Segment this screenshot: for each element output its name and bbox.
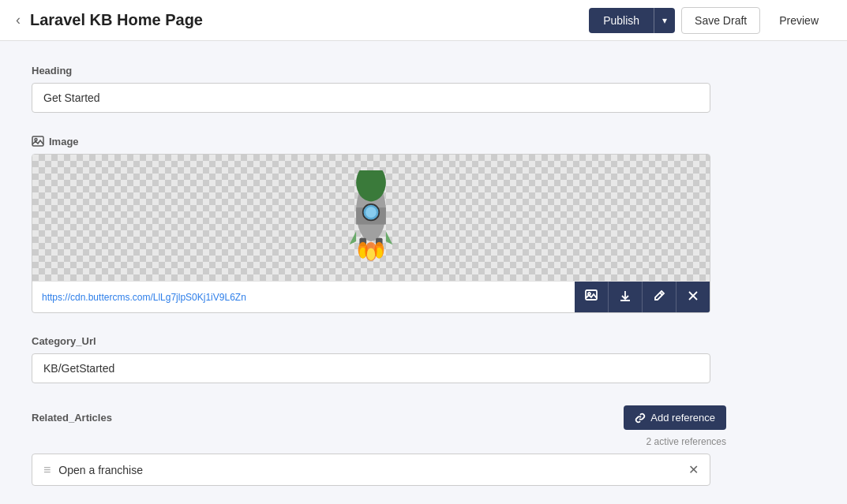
image-url-bar: https://cdn.buttercms.com/LlLg7jlpS0Kj1i… bbox=[32, 281, 710, 312]
link-icon bbox=[635, 413, 646, 424]
download-icon bbox=[619, 289, 632, 302]
heading-section: Heading bbox=[32, 65, 726, 113]
publish-dropdown-button[interactable]: ▾ bbox=[654, 8, 675, 33]
drag-handle-icon[interactable]: ≡ bbox=[43, 463, 51, 477]
heading-input[interactable] bbox=[32, 83, 710, 113]
category-url-section: Category_Url bbox=[32, 335, 726, 383]
svg-point-16 bbox=[367, 248, 375, 260]
edit-icon bbox=[653, 289, 665, 302]
reference-item: ≡ Open a franchise ✕ bbox=[32, 454, 710, 486]
checker-right bbox=[459, 155, 710, 281]
add-reference-button[interactable]: Add reference bbox=[624, 405, 726, 430]
image-upload-button[interactable] bbox=[575, 282, 608, 312]
svg-rect-0 bbox=[32, 136, 43, 146]
related-articles-label: Related_Articles bbox=[32, 412, 624, 424]
page-title: Laravel KB Home Page bbox=[30, 11, 589, 29]
image-action-buttons bbox=[575, 282, 710, 312]
image-preview bbox=[32, 155, 710, 281]
related-articles-section: Related_Articles Add reference 2 active … bbox=[32, 405, 726, 486]
svg-point-6 bbox=[365, 207, 377, 218]
publish-button[interactable]: Publish bbox=[589, 8, 654, 33]
publish-button-group: Publish ▾ bbox=[589, 8, 675, 33]
header-actions: Publish ▾ Save Draft Preview bbox=[589, 7, 831, 34]
image-download-button[interactable] bbox=[608, 282, 642, 312]
category-url-label: Category_Url bbox=[32, 335, 726, 347]
svg-marker-7 bbox=[350, 231, 357, 245]
related-articles-header: Related_Articles Add reference bbox=[32, 405, 726, 430]
svg-marker-8 bbox=[386, 231, 393, 245]
reference-remove-button[interactable]: ✕ bbox=[688, 462, 699, 477]
image-section: Image bbox=[32, 135, 726, 313]
image-edit-button[interactable] bbox=[642, 282, 676, 312]
save-draft-button[interactable]: Save Draft bbox=[681, 7, 760, 34]
rocket-image bbox=[335, 170, 407, 265]
reference-text: Open a franchise bbox=[58, 464, 680, 476]
heading-label: Heading bbox=[32, 65, 726, 77]
preview-button[interactable]: Preview bbox=[766, 8, 831, 33]
image-upload-icon bbox=[585, 289, 598, 302]
image-url: https://cdn.buttercms.com/LlLg7jlpS0Kj1i… bbox=[32, 286, 575, 309]
svg-point-1 bbox=[35, 139, 37, 141]
svg-line-21 bbox=[660, 293, 662, 295]
header: ‹ Laravel KB Home Page Publish ▾ Save Dr… bbox=[0, 0, 847, 41]
image-remove-button[interactable] bbox=[676, 282, 710, 312]
image-icon bbox=[32, 135, 44, 147]
back-button[interactable]: ‹ bbox=[16, 12, 21, 28]
main-content: Heading Image bbox=[0, 41, 758, 504]
category-url-input[interactable] bbox=[32, 353, 710, 383]
image-label: Image bbox=[32, 135, 726, 147]
checker-left bbox=[32, 155, 290, 281]
image-container: https://cdn.buttercms.com/LlLg7jlpS0Kj1i… bbox=[32, 154, 710, 313]
close-icon bbox=[687, 289, 699, 302]
active-references-count: 2 active references bbox=[32, 436, 726, 447]
